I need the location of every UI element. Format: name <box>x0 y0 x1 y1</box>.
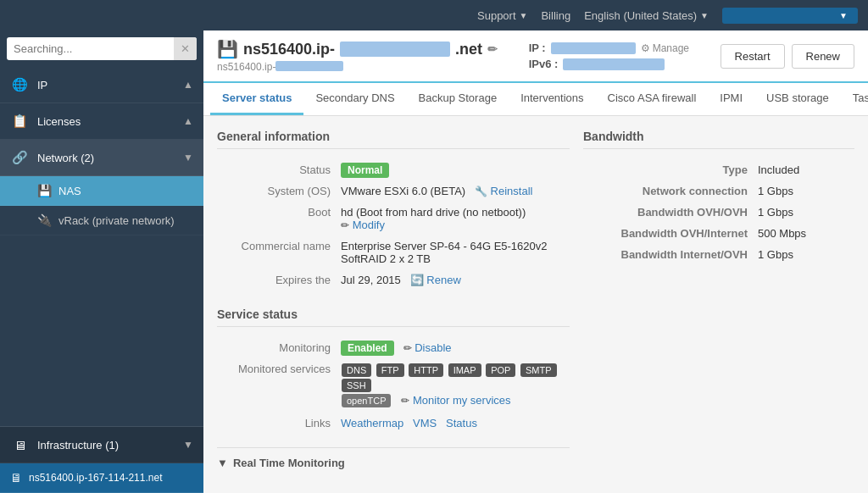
service-smtp: SMTP <box>520 363 557 377</box>
tab-ipmi[interactable]: IPMI <box>708 83 754 115</box>
top-navigation: Support ▼ Billing English (United States… <box>0 0 868 30</box>
sidebar-item-infrastructure[interactable]: 🖥 Infrastructure (1) ▼ <box>0 427 203 463</box>
service-status-section: Service status Monitoring Enabled ✏ <box>217 307 570 434</box>
realtime-title[interactable]: ▼ Real Time Monitoring <box>217 457 570 469</box>
renew-button[interactable]: Renew <box>792 44 854 69</box>
bw-type-value: Included <box>753 159 854 180</box>
licenses-icon: 📋 <box>10 112 29 130</box>
boot-row: Boot hd (Boot from hard drive (no netboo… <box>217 202 570 235</box>
disable-link[interactable]: Disable <box>415 341 451 354</box>
reinstall-link[interactable]: Reinstall <box>491 185 533 197</box>
search-input[interactable] <box>7 37 174 60</box>
service-status-table: Monitoring Enabled ✏ Disable <box>217 337 570 434</box>
server-name: 💾 ns516400.ip- .net ✏ <box>217 39 498 59</box>
renew-cycle-icon: 🔄 <box>410 274 424 286</box>
ipv6-line: IPv6 : <box>529 58 689 70</box>
service-http: HTTP <box>409 363 443 377</box>
nas-icon: 💾 <box>37 184 52 197</box>
sidebar: ✕ 🌐 IP ▲ 📋 Licenses ▲ 🔗 Network (2) ▼ 💾 … <box>0 30 203 493</box>
service-opentcp: openTCP <box>342 394 391 407</box>
realtime-collapse-icon: ▼ <box>217 457 228 469</box>
server-header: 💾 ns516400.ip- .net ✏ ns516400.ip- IP : … <box>203 30 868 83</box>
commercial-name-value: Enterprise Server SP-64 - 64G E5-1620v2 … <box>336 235 570 269</box>
os-row: System (OS) VMware ESXi 6.0 (BETA) 🔧 Rei… <box>217 180 570 202</box>
bw-ovh-ovh-label: Bandwidth OVH/OVH <box>583 202 753 223</box>
nas-label: NAS <box>58 185 81 197</box>
language-nav[interactable]: English (United States) ▼ <box>584 9 709 22</box>
links-value: Weathermap VMS Status <box>336 413 570 434</box>
manage-link[interactable]: ⚙ Manage <box>641 42 689 54</box>
links-label: Links <box>217 413 336 434</box>
account-caret-icon: ▼ <box>839 11 848 20</box>
status-label: Status <box>217 159 336 180</box>
main-layout: ✕ 🌐 IP ▲ 📋 Licenses ▲ 🔗 Network (2) ▼ 💾 … <box>0 30 868 493</box>
account-dropdown[interactable]: ▼ <box>722 8 858 24</box>
sidebar-server-item[interactable]: 🖥 ns516400.ip-167-114-211.net <box>0 463 203 493</box>
ipv6-label: IPv6 : <box>529 58 559 70</box>
restart-button[interactable]: Restart <box>721 44 785 69</box>
server-actions: Restart Renew <box>721 44 854 69</box>
server-name-prefix: ns516400.ip- <box>243 41 335 58</box>
monitor-edit-icon: ✏ <box>401 395 409 407</box>
weathermap-link[interactable]: Weathermap <box>341 417 403 429</box>
bandwidth-table: Type Included Network connection 1 Gbps … <box>583 159 854 265</box>
vrack-icon: 🔌 <box>37 213 52 227</box>
status-row: Status Normal <box>217 159 570 180</box>
vms-link[interactable]: VMS <box>413 417 437 429</box>
edit-server-name-icon[interactable]: ✏ <box>487 42 498 56</box>
ip-line: IP : ⚙ Manage <box>529 42 689 54</box>
service-imap: IMAP <box>448 363 481 377</box>
sidebar-item-vrack[interactable]: 🔌 vRack (private network) <box>0 206 203 235</box>
bandwidth-title: Bandwidth <box>583 130 854 149</box>
bw-ovh-internet-row: Bandwidth OVH/Internet 500 Mbps <box>583 223 854 244</box>
tab-bar: Server status Secondary DNS Backup Stora… <box>203 83 868 116</box>
sidebar-item-network[interactable]: 🔗 Network (2) ▼ <box>0 140 203 176</box>
server-name-area: 💾 ns516400.ip- .net ✏ ns516400.ip- <box>217 39 498 73</box>
status-link[interactable]: Status <box>446 417 477 429</box>
search-clear-icon[interactable]: ✕ <box>174 37 197 60</box>
bw-connection-value: 1 Gbps <box>753 180 854 202</box>
boot-value: hd (Boot from hard drive (no netboot)) ✏… <box>336 202 570 235</box>
sidebar-item-ip[interactable]: 🌐 IP ▲ <box>0 67 203 103</box>
modify-link[interactable]: Modify <box>353 219 385 231</box>
infrastructure-label: Infrastructure (1) <box>37 439 183 451</box>
os-value: VMware ESXi 6.0 (BETA) 🔧 Reinstall <box>336 180 570 202</box>
service-ftp: FTP <box>376 363 404 377</box>
licenses-arrow-icon: ▲ <box>183 115 193 127</box>
renew-expires-link[interactable]: Renew <box>426 274 460 286</box>
bw-internet-ovh-value: 1 Gbps <box>753 244 854 265</box>
billing-nav[interactable]: Billing <box>541 9 570 22</box>
vrack-label: vRack (private network) <box>58 214 175 227</box>
boot-label: Boot <box>217 202 336 235</box>
os-label: System (OS) <box>217 180 336 202</box>
monitored-services-row: Monitored services DNS FTP HTTP IMAP POP… <box>217 358 570 413</box>
bw-ovh-internet-label: Bandwidth OVH/Internet <box>583 223 753 244</box>
server-icon: 🖥 <box>10 471 22 485</box>
sidebar-bottom: 🖥 Infrastructure (1) ▼ 🖥 ns516400.ip-167… <box>0 426 203 493</box>
two-column-layout: General information Status Normal System… <box>217 130 854 469</box>
general-info-title: General information <box>217 130 570 149</box>
monitor-services-link[interactable]: Monitor my services <box>413 394 511 407</box>
service-status-title: Service status <box>217 307 570 327</box>
server-sub-redacted <box>275 61 343 71</box>
support-nav[interactable]: Support ▼ <box>477 9 527 22</box>
sidebar-item-nas[interactable]: 💾 NAS <box>0 176 203 206</box>
tab-backup-storage[interactable]: Backup Storage <box>407 83 509 115</box>
server-icon-disk: 💾 <box>217 39 238 59</box>
ipv6-value-redacted <box>563 58 665 70</box>
service-ssh: SSH <box>342 379 371 392</box>
tab-cisco-asa[interactable]: Cisco ASA firewall <box>596 83 709 115</box>
boot-edit-icon: ✏ <box>341 219 349 231</box>
sidebar-licenses-label: Licenses <box>37 115 183 128</box>
links-row: Links Weathermap VMS Status <box>217 413 570 434</box>
tab-interventions[interactable]: Interventions <box>509 83 595 115</box>
tab-tasks[interactable]: Tasks <box>841 83 868 115</box>
right-column: Bandwidth Type Included Network connecti… <box>583 130 854 469</box>
tab-usb-storage[interactable]: USB storage <box>754 83 841 115</box>
tab-secondary-dns[interactable]: Secondary DNS <box>303 83 406 115</box>
tab-server-status[interactable]: Server status <box>210 83 303 115</box>
sidebar-item-licenses[interactable]: 📋 Licenses ▲ <box>0 103 203 140</box>
left-column: General information Status Normal System… <box>217 130 570 469</box>
expires-value: Jul 29, 2015 🔄 Renew <box>336 269 570 291</box>
status-badge: Normal <box>341 163 389 178</box>
